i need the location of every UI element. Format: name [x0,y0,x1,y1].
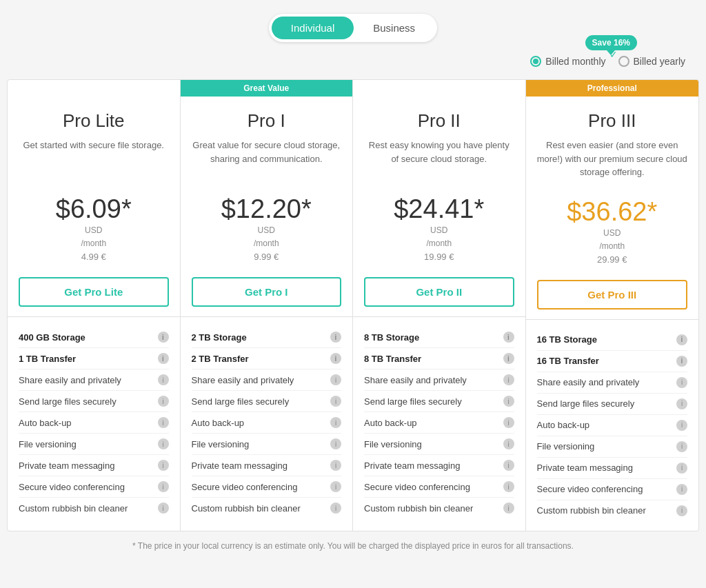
feature-label: Custom rubbish bin cleaner [364,503,473,514]
plan-price-pro-iii: $36.62*USD/month29.99 € [526,186,699,270]
feature-item: 16 TB Transferi [537,351,688,372]
plan-cta-pro-i: Get Pro I [181,267,353,316]
plan-desc-pro-iii: Rest even easier (and store even more!) … [537,139,688,179]
info-icon[interactable]: i [503,481,514,492]
feature-item: Send large files securelyi [19,391,169,412]
plan-cta-pro-lite: Get Pro Lite [8,267,180,316]
info-icon[interactable]: i [330,438,341,449]
info-icon[interactable]: i [676,441,687,452]
info-icon[interactable]: i [503,332,514,343]
feature-item: Share easily and privatelyi [364,369,514,391]
feature-label: Custom rubbish bin cleaner [192,503,301,514]
info-icon[interactable]: i [330,481,341,492]
feature-label: Send large files securely [19,396,117,407]
feature-label: Private team messaging [537,463,633,473]
plans-grid: Pro LiteGet started with secure file sto… [7,79,699,531]
info-icon[interactable]: i [158,396,169,407]
price-period-pro-iii: USD/month [537,227,688,253]
billing-yearly[interactable]: Billed yearly [618,56,685,67]
radio-monthly[interactable] [530,56,541,67]
plan-name-pro-lite: Pro Lite [19,110,169,132]
feature-item: Custom rubbish bin cleaneri [192,498,342,518]
info-icon[interactable]: i [330,374,341,385]
feature-label: 2 TB Storage [192,332,247,343]
info-icon[interactable]: i [676,377,687,388]
info-icon[interactable]: i [676,356,687,367]
info-icon[interactable]: i [503,396,514,407]
plan-cta-pro-ii: Get Pro II [353,267,525,316]
feature-item: Send large files securelyi [192,391,342,412]
cta-button-pro-i[interactable]: Get Pro I [192,277,342,307]
feature-item: Send large files securelyi [364,391,514,412]
radio-yearly[interactable] [618,56,629,67]
plan-header-pro-ii: Pro IIRest easy knowing you have plenty … [353,97,525,183]
feature-item: Custom rubbish bin cleaneri [364,498,514,518]
feature-label: File versioning [537,441,595,452]
tab-individual[interactable]: Individual [272,17,354,39]
info-icon[interactable]: i [158,417,169,428]
info-icon[interactable]: i [503,460,514,471]
feature-label: File versioning [364,439,422,449]
plan-name-pro-i: Pro I [192,110,342,132]
price-period-pro-ii: USD/month [364,224,514,250]
info-icon[interactable]: i [676,484,687,495]
tab-business[interactable]: Business [354,17,434,39]
feature-label: Share easily and privately [19,375,121,385]
info-icon[interactable]: i [503,353,514,364]
plan-header-pro-lite: Pro LiteGet started with secure file sto… [8,97,180,183]
billing-monthly[interactable]: Billed monthly [530,56,605,67]
feature-label: Send large files securely [364,396,462,407]
feature-label: Auto back-up [364,418,417,428]
info-icon[interactable]: i [158,353,169,364]
price-amount-pro-iii: $36.62* [537,197,688,227]
info-icon[interactable]: i [503,438,514,449]
info-icon[interactable]: i [158,481,169,492]
feature-label: Auto back-up [192,418,245,428]
info-icon[interactable]: i [330,396,341,407]
price-local-pro-ii: 19.99 € [364,252,514,262]
plan-features-pro-ii: 8 TB Storagei8 TB TransferiShare easily … [353,317,525,531]
feature-item: Secure video conferencingi [192,476,342,498]
info-icon[interactable]: i [676,334,687,345]
info-icon[interactable]: i [158,438,169,449]
info-icon[interactable]: i [503,503,514,514]
info-icon[interactable]: i [330,417,341,428]
feature-label: 1 TB Transfer [19,354,76,364]
feature-label: 16 TB Transfer [537,356,599,366]
info-icon[interactable]: i [158,332,169,343]
feature-label: Secure video conferencing [537,484,643,494]
plan-features-pro-i: 2 TB Storagei2 TB TransferiShare easily … [181,317,353,531]
feature-label: File versioning [192,439,250,449]
feature-item: File versioningi [364,434,514,455]
save-badge: Save 16% [585,35,637,50]
info-icon[interactable]: i [676,505,687,516]
billing-yearly-label: Billed yearly [634,56,685,67]
info-icon[interactable]: i [158,460,169,471]
feature-item: Secure video conferencingi [537,479,688,500]
info-icon[interactable]: i [330,353,341,364]
cta-button-pro-iii[interactable]: Get Pro III [537,280,688,310]
plan-col-pro-ii: Pro IIRest easy knowing you have plenty … [353,80,526,531]
feature-item: 8 TB Transferi [364,348,514,369]
info-icon[interactable]: i [330,503,341,514]
info-icon[interactable]: i [503,417,514,428]
billing-row: Save 16% ✓ Billed monthly Billed yearly [7,56,699,67]
plan-col-pro-lite: Pro LiteGet started with secure file sto… [8,80,181,531]
plan-cta-pro-iii: Get Pro III [526,270,699,319]
feature-item: Secure video conferencingi [364,476,514,498]
page-wrapper: Individual Business Save 16% ✓ Billed mo… [0,0,706,567]
info-icon[interactable]: i [158,503,169,514]
info-icon[interactable]: i [503,374,514,385]
info-icon[interactable]: i [158,374,169,385]
info-icon[interactable]: i [676,420,687,431]
feature-label: Secure video conferencing [192,482,298,492]
plan-desc-pro-ii: Rest easy knowing you have plenty of sec… [364,139,514,176]
footer-note: * The price in your local currency is an… [7,531,699,560]
info-icon[interactable]: i [330,460,341,471]
cta-button-pro-ii[interactable]: Get Pro II [364,277,514,307]
cta-button-pro-lite[interactable]: Get Pro Lite [19,277,169,307]
plan-name-pro-ii: Pro II [364,110,514,132]
info-icon[interactable]: i [676,463,687,474]
info-icon[interactable]: i [330,332,341,343]
info-icon[interactable]: i [676,398,687,409]
